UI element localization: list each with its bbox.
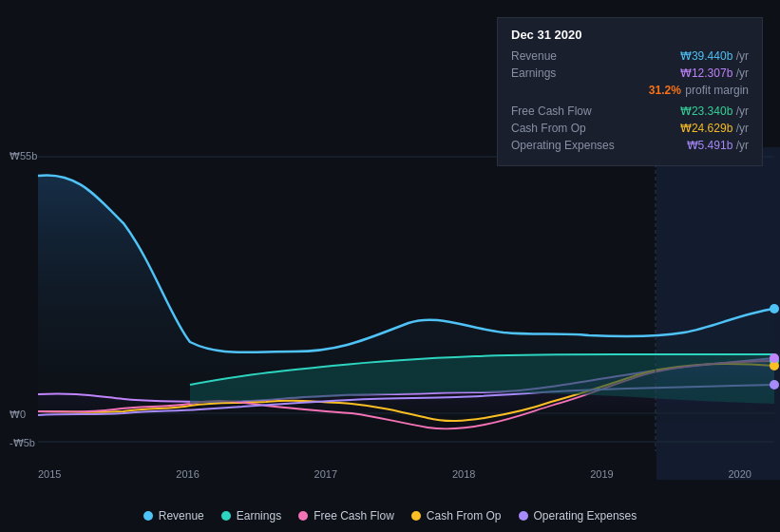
legend-label-fcf: Free Cash Flow: [314, 509, 394, 522]
x-label-2017: 2017: [314, 468, 337, 480]
earnings-dot: [770, 353, 779, 363]
legend-label-revenue: Revenue: [159, 509, 204, 522]
tooltip-margin-row: 31.2% profit margin: [511, 84, 749, 101]
tooltip-label-earnings: Earnings: [511, 66, 556, 80]
legend-item-revenue[interactable]: Revenue: [143, 509, 204, 522]
tooltip-value-earnings: ₩12.307b /yr: [680, 66, 749, 80]
tooltip-card: Dec 31 2020 Revenue ₩39.440b /yr Earning…: [497, 17, 763, 166]
legend-item-opex[interactable]: Operating Expenses: [519, 509, 637, 522]
x-label-2019: 2019: [590, 468, 613, 480]
tooltip-label-fcf: Free Cash Flow: [511, 104, 592, 118]
tooltip-value-fcf: ₩23.340b /yr: [680, 104, 749, 118]
tooltip-row-cashfromop: Cash From Op ₩24.629b /yr: [511, 122, 749, 135]
chart-svg: [0, 147, 780, 480]
tooltip-label-cashfromop: Cash From Op: [511, 122, 586, 135]
x-label-2016: 2016: [176, 468, 199, 480]
x-label-2020: 2020: [728, 468, 751, 480]
tooltip-row-fcf: Free Cash Flow ₩23.340b /yr: [511, 104, 749, 118]
chart-legend: Revenue Earnings Free Cash Flow Cash Fro…: [0, 509, 780, 522]
legend-label-opex: Operating Expenses: [534, 509, 637, 522]
legend-label-cashfromop: Cash From Op: [427, 509, 502, 522]
opex-dot: [770, 380, 779, 390]
tooltip-row-earnings: Earnings ₩12.307b /yr: [511, 66, 749, 80]
x-label-2015: 2015: [38, 468, 61, 480]
legend-dot-earnings: [221, 511, 231, 521]
legend-item-cashfromop[interactable]: Cash From Op: [411, 509, 502, 522]
legend-dot-cashfromop: [411, 511, 421, 521]
x-axis-labels: 2015 2016 2017 2018 2019 2020: [0, 463, 780, 480]
tooltip-label-opex: Operating Expenses: [511, 139, 615, 152]
tooltip-margin: 31.2%: [649, 84, 681, 101]
legend-label-earnings: Earnings: [237, 509, 281, 522]
tooltip-value-cashfromop: ₩24.629b /yr: [680, 122, 749, 135]
revenue-dot: [770, 304, 779, 314]
legend-dot-revenue: [143, 511, 153, 521]
legend-dot-opex: [519, 511, 528, 521]
legend-item-earnings[interactable]: Earnings: [221, 509, 281, 522]
tooltip-value-opex: ₩5.491b /yr: [687, 139, 749, 152]
tooltip-label-revenue: Revenue: [511, 49, 557, 63]
tooltip-row-opex: Operating Expenses ₩5.491b /yr: [511, 139, 749, 152]
tooltip-row-revenue: Revenue ₩39.440b /yr: [511, 49, 749, 63]
tooltip-value-revenue: ₩39.440b /yr: [680, 49, 749, 63]
legend-item-fcf[interactable]: Free Cash Flow: [298, 509, 394, 522]
tooltip-date: Dec 31 2020: [511, 28, 749, 42]
chart-area: [0, 147, 780, 480]
x-label-2018: 2018: [452, 468, 475, 480]
legend-dot-fcf: [298, 511, 308, 521]
